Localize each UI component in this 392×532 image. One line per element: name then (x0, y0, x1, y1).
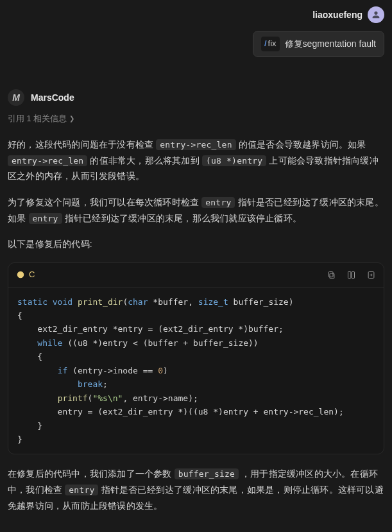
svg-rect-4 (352, 271, 354, 278)
paragraph-4: 在修复后的代码中，我们添加了一个参数 buffer_size ，用于指定缓冲区的… (8, 466, 384, 513)
user-message: /fix 修复segmentation fault (253, 31, 384, 57)
fix-badge: /fix (261, 37, 280, 51)
copy-icon[interactable] (327, 270, 336, 280)
code-actions (327, 270, 376, 280)
diff-icon[interactable] (346, 270, 356, 280)
c-lang-icon (16, 270, 25, 279)
user-message-text: 修复segmentation fault (285, 37, 376, 51)
svg-point-0 (17, 271, 24, 279)
code-content[interactable]: static void print_dir(char *buffer, size… (8, 287, 384, 454)
paragraph-1: 好的，这段代码的问题在于没有检查 entry->rec_len 的值是否会导致越… (8, 137, 384, 184)
avatar[interactable] (368, 6, 384, 23)
paragraph-2: 为了修复这个问题，我们可以在每次循环时检查 entry 指针是否已经到达了缓冲区… (8, 194, 384, 227)
svg-rect-3 (348, 271, 351, 278)
inline-code: entry->rec_len (8, 155, 87, 166)
reference-text: 引用 1 相关信息 (8, 112, 67, 125)
paragraph-3: 以下是修复后的代码: (8, 236, 384, 252)
assistant-header: M MarsCode (8, 89, 384, 106)
code-language: C (16, 268, 35, 282)
user-header: liaoxuefeng (8, 6, 384, 23)
inline-code: entry->rec_len (156, 139, 235, 150)
code-header: C (8, 263, 384, 287)
person-icon (371, 10, 381, 20)
inline-code: (u8 *)entry (202, 155, 266, 166)
assistant-name: MarsCode (31, 90, 74, 105)
svg-rect-2 (328, 271, 333, 277)
assistant-avatar: M (8, 89, 24, 106)
user-message-row: /fix 修复segmentation fault (8, 31, 384, 57)
insert-icon[interactable] (366, 270, 376, 280)
inline-code: entry (29, 213, 62, 224)
username: liaoxuefeng (312, 8, 362, 22)
inline-code: buffer_size (175, 468, 239, 479)
inline-code: entry (65, 485, 98, 495)
assistant-content: 好的，这段代码的问题在于没有检查 entry->rec_len 的值是否会导致越… (8, 137, 384, 514)
chevron-right-icon: ❯ (69, 114, 74, 124)
svg-rect-1 (330, 273, 334, 279)
code-block: C static void print_dir(char *buffer, si… (8, 262, 384, 455)
inline-code: entry (201, 197, 235, 208)
reference-line[interactable]: 引用 1 相关信息 ❯ (8, 112, 384, 125)
